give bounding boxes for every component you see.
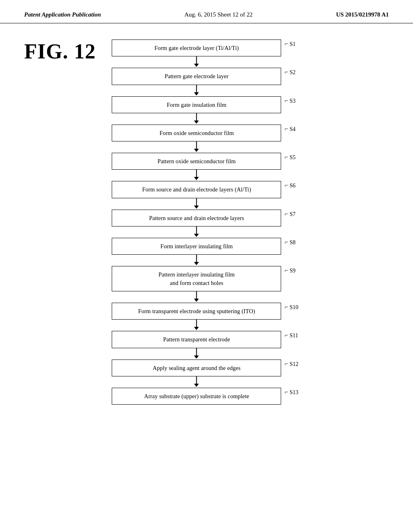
flow-item-s6: Form source and drain electrode layers (… [112,181,295,198]
arrow-s4-to-next [112,141,281,153]
arrow-s9-to-next [112,291,281,303]
step-box-s13: Array substrate (upper) substrate is com… [112,388,281,405]
arrow-s1-to-next [112,56,281,68]
step-box-s5: Pattern oxide semiconductor film [112,153,281,170]
arrow-s12-to-next [112,376,281,388]
step-label-s9: S9 [284,266,295,274]
step-box-s10: Form transparent electrode using sputter… [112,303,281,320]
step-label-s2: S2 [284,68,295,76]
flow-item-s5: Pattern oxide semiconductor film S5 [112,153,295,170]
flow-item-s12: Apply sealing agent around the edges S12 [112,360,298,376]
flow-item-s8: Form interlayer insulating film S8 [112,238,295,255]
arrow-s2-to-next [112,85,281,96]
patent-number-label: US 2015/0219978 A1 [336,11,389,18]
step-label-s11: S11 [284,331,298,339]
publication-label: Patent Application Publication [24,11,101,18]
step-box-s12: Apply sealing agent around the edges [112,360,281,376]
step-box-s9: Pattern interlayer insulating film and f… [112,266,281,291]
step-label-s4: S4 [284,125,295,133]
arrow-s5-to-next [112,170,281,181]
page-header: Patent Application Publication Aug. 6, 2… [0,0,413,23]
step-label-s10: S10 [284,303,298,311]
flow-item-s1: Form gate electrode layer (Ti/Al/Ti) S1 [112,39,295,56]
main-content: FIG. 12 Form gate electrode layer (Ti/Al… [0,23,413,421]
step-label-s13: S13 [284,388,298,396]
flow-item-s13: Array substrate (upper) substrate is com… [112,388,298,405]
step-label-s7: S7 [284,210,295,218]
step-box-s4: Form oxide semiconductor film [112,125,281,141]
flowchart: Form gate electrode layer (Ti/Al/Ti) S1P… [112,39,298,405]
date-sheet-label: Aug. 6, 2015 Sheet 12 of 22 [184,11,252,18]
flow-item-s10: Form transparent electrode using sputter… [112,303,298,320]
step-box-s3: Form gate insulation film [112,96,281,113]
step-label-s5: S5 [284,153,295,161]
arrow-s10-to-next [112,320,281,331]
step-box-s8: Form interlayer insulating film [112,238,281,255]
arrow-s6-to-next [112,198,281,210]
step-box-s2: Pattern gate electrode layer [112,68,281,85]
arrow-s8-to-next [112,255,281,266]
step-label-s12: S12 [284,360,298,368]
flow-item-s4: Form oxide semiconductor film S4 [112,125,295,141]
fig-label: FIG. 12 [24,39,96,63]
flow-item-s2: Pattern gate electrode layer S2 [112,68,295,85]
step-label-s3: S3 [284,96,295,104]
step-box-s1: Form gate electrode layer (Ti/Al/Ti) [112,39,281,56]
step-label-s6: S6 [284,181,295,189]
arrow-s7-to-next [112,227,281,238]
flow-item-s3: Form gate insulation film S3 [112,96,295,113]
arrow-s11-to-next [112,348,281,360]
arrow-s3-to-next [112,113,281,125]
step-label-s8: S8 [284,238,295,246]
step-label-s1: S1 [284,39,295,48]
flow-item-s11: Pattern transparent electrode S11 [112,331,298,348]
step-box-s6: Form source and drain electrode layers (… [112,181,281,198]
step-box-s11: Pattern transparent electrode [112,331,281,348]
flow-item-s9: Pattern interlayer insulating film and f… [112,266,295,291]
flow-item-s7: Pattern source and drain electrode layer… [112,210,295,227]
step-box-s7: Pattern source and drain electrode layer… [112,210,281,227]
